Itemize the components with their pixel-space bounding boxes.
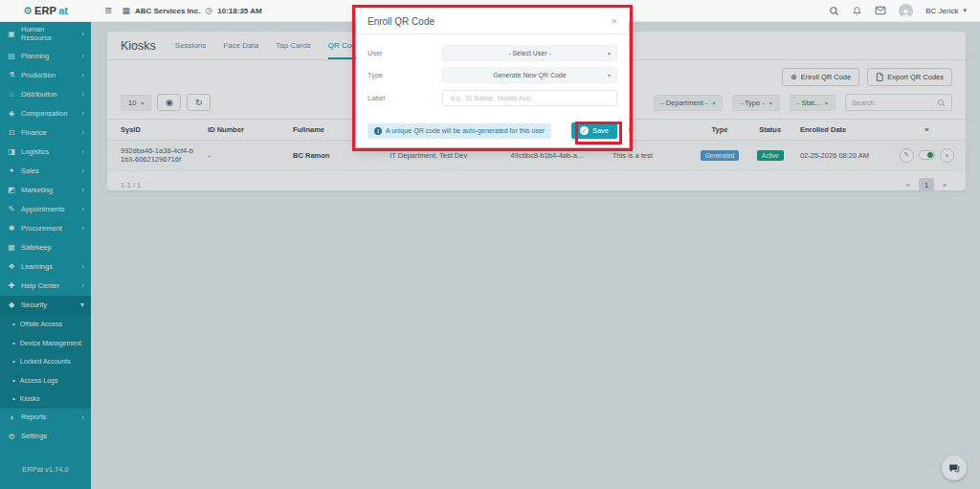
enroll-qr-code-modal: Enroll QR Code × User - Select User - ▾ … [356, 9, 629, 147]
save-button-label: Save [592, 126, 609, 135]
info-icon: i [374, 127, 382, 135]
type-select[interactable]: Generate New QR Code ▾ [442, 67, 617, 83]
building-icon: ▦ [122, 7, 130, 15]
modal-body: User - Select User - ▾ Type Generate New… [356, 34, 629, 116]
check-icon: ✓ [580, 126, 589, 135]
user-field-label: User [368, 49, 442, 57]
sidebar-toggle-icon[interactable]: ≣ [104, 6, 112, 15]
search-icon[interactable] [829, 6, 839, 16]
logo-text-at: at [58, 5, 68, 16]
info-alert-text: A unique QR code will be auto-generated … [386, 127, 545, 134]
mail-icon[interactable] [875, 6, 886, 15]
topbar-actions: BC Jerick ▾ [829, 4, 980, 18]
user-avatar[interactable] [899, 4, 913, 18]
caret-down-icon: ▾ [608, 72, 611, 78]
user-name[interactable]: BC Jerick [925, 7, 958, 15]
user-select-value: - Select User - [508, 50, 551, 56]
clock-icon: ◷ [205, 7, 212, 15]
logo-gear-icon: ⚙ [23, 6, 33, 16]
modal-footer: i A unique QR code will be auto-generate… [356, 116, 629, 147]
caret-down-icon: ▾ [608, 50, 611, 56]
notifications-bell-icon[interactable] [852, 6, 862, 16]
label-input[interactable] [443, 91, 616, 105]
type-field-row: Type Generate New QR Code ▾ [368, 67, 617, 83]
user-field-row: User - Select User - ▾ [368, 45, 617, 61]
company-name: ABC Services Inc. [135, 7, 200, 15]
type-field-label: Type [368, 71, 442, 79]
user-select[interactable]: - Select User - ▾ [442, 45, 617, 61]
logo-text-erp: ERP [34, 5, 56, 16]
app-logo[interactable]: ⚙ ERPat [0, 5, 91, 16]
type-select-value: Generate New QR Code [493, 72, 566, 78]
current-time: 10:18:35 AM [217, 7, 261, 15]
user-menu-caret-icon[interactable]: ▾ [963, 7, 967, 14]
close-icon[interactable]: × [612, 16, 617, 27]
info-alert: i A unique QR code will be auto-generate… [368, 123, 551, 139]
modal-header: Enroll QR Code × [356, 9, 629, 34]
label-field-label: Label [368, 94, 442, 102]
modal-title: Enroll QR Code [368, 16, 434, 27]
save-button[interactable]: ✓ Save [571, 122, 617, 139]
label-field-row: Label [368, 90, 617, 106]
